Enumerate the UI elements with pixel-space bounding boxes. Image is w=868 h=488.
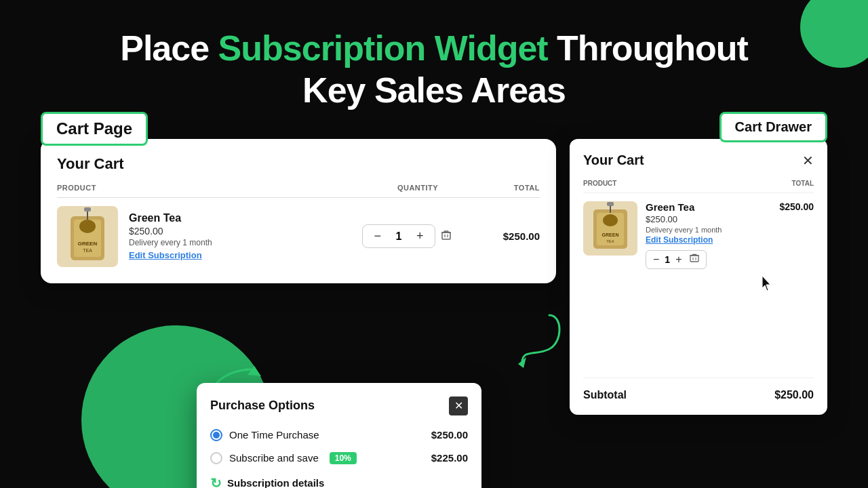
drawer-col-product: Product <box>583 180 616 187</box>
drawer-item-details: Green Tea $250.00 Delivery every 1 month… <box>646 201 814 269</box>
subtotal-label: Subtotal <box>583 389 627 401</box>
drawer-delete-btn[interactable] <box>690 253 699 265</box>
cart-title: Your Cart <box>57 155 540 173</box>
drawer-edit-link[interactable]: Edit Subscription <box>646 235 779 245</box>
content-area: Cart Page Your Cart Product Quantity Tot… <box>0 132 868 415</box>
modal-title: Purchase Options <box>210 399 315 413</box>
svg-rect-5 <box>84 207 91 211</box>
drawer-qty-decrease[interactable]: − <box>653 253 659 266</box>
col-quantity-header: Quantity <box>363 184 472 192</box>
quantity-control: − 1 + <box>362 224 435 248</box>
radio-one-time[interactable] <box>210 429 222 441</box>
quantity-section: − 1 + <box>353 224 461 248</box>
option-subscribe-price: $225.00 <box>431 452 468 464</box>
modal-close-btn[interactable]: ✕ <box>449 396 468 415</box>
svg-rect-19 <box>607 202 614 206</box>
cart-panel: Your Cart Product Quantity Total GR <box>41 139 556 283</box>
heading-line2: Key Sales Areas <box>302 70 566 110</box>
option-subscribe[interactable]: Subscribe and save 10% $225.00 <box>210 452 468 464</box>
drawer-item: GREEN TEA Green Tea $250.00 Delivery eve… <box>583 201 814 269</box>
green-arrow-right <box>509 308 563 379</box>
option-one-time-price: $250.00 <box>431 429 468 441</box>
cart-item: GREEN TEA Green Tea $250.00 Delivery eve… <box>57 206 540 267</box>
heading-plain1: Place <box>120 28 218 68</box>
option-one-time[interactable]: One Time Purchase $250.00 <box>210 429 468 441</box>
svg-point-17 <box>603 214 618 226</box>
subscription-details-row[interactable]: ↻ Subscription details <box>210 475 468 488</box>
drawer-header: Your Cart ✕ <box>583 152 814 169</box>
cursor-indicator <box>760 274 773 296</box>
product-info: Green Tea $250.00 Delivery every 1 month… <box>129 212 342 261</box>
svg-point-3 <box>79 220 96 233</box>
drawer-qty-value: 1 <box>665 254 670 265</box>
subtotal-value: $250.00 <box>774 389 814 401</box>
drawer-product-name: Green Tea <box>646 201 779 213</box>
delivery-text: Delivery every 1 month <box>129 238 342 247</box>
discount-badge: 10% <box>330 452 357 464</box>
hero-heading: Place Subscription Widget Throughout Key… <box>0 0 868 125</box>
cart-drawer-label: Cart Drawer <box>719 112 827 142</box>
drawer-delivery-text: Delivery every 1 month <box>646 226 779 234</box>
svg-text:TEA: TEA <box>83 248 92 253</box>
subscription-icon: ↻ <box>210 475 222 488</box>
right-section: Cart Drawer Your Cart ✕ Product Total <box>570 119 827 415</box>
svg-rect-8 <box>442 232 450 239</box>
col-product-header: Product <box>57 184 363 192</box>
option-subscribe-label: Subscribe and save <box>229 452 319 464</box>
col-total-header: Total <box>472 184 540 192</box>
svg-text:TEA: TEA <box>606 239 614 243</box>
product-name: Green Tea <box>129 212 342 224</box>
cart-drawer-panel: Your Cart ✕ Product Total GREEN <box>570 139 827 415</box>
option-one-time-left: One Time Purchase <box>210 429 319 441</box>
cart-page-label: Cart Page <box>41 112 148 146</box>
drawer-product-image: GREEN TEA <box>583 201 637 256</box>
drawer-product-info: Green Tea $250.00 Delivery every 1 month… <box>646 201 779 245</box>
cart-table-header: Product Quantity Total <box>57 184 540 198</box>
drawer-item-header: Green Tea $250.00 Delivery every 1 month… <box>646 201 814 245</box>
item-total: $250.00 <box>472 230 540 242</box>
drawer-col-total: Total <box>792 180 814 187</box>
product-image: GREEN TEA <box>57 206 118 267</box>
drawer-table-header: Product Total <box>583 180 814 193</box>
edit-subscription-link[interactable]: Edit Subscription <box>129 250 202 260</box>
quantity-decrease-btn[interactable]: − <box>371 229 384 243</box>
modal-header: Purchase Options ✕ <box>210 396 468 415</box>
svg-marker-13 <box>248 366 261 376</box>
drawer-product-price: $250.00 <box>646 214 779 224</box>
svg-text:GREEN: GREEN <box>78 241 98 247</box>
left-section: Cart Page Your Cart Product Quantity Tot… <box>41 132 556 415</box>
radio-subscribe[interactable] <box>210 452 222 464</box>
subscription-details-label: Subscription details <box>227 477 324 488</box>
quantity-value: 1 <box>392 230 406 243</box>
drawer-title: Your Cart <box>583 152 644 168</box>
drawer-qty-increase[interactable]: + <box>675 253 682 266</box>
option-subscribe-left: Subscribe and save 10% <box>210 452 357 464</box>
option-one-time-label: One Time Purchase <box>229 429 319 441</box>
heading-highlight: Subscription Widget <box>218 28 548 68</box>
product-price: $250.00 <box>129 226 342 237</box>
heading-plain2: Throughout <box>548 28 748 68</box>
delete-item-btn[interactable] <box>441 230 452 243</box>
svg-text:GREEN: GREEN <box>602 232 619 237</box>
drawer-quantity-control: − 1 + <box>646 250 707 269</box>
drawer-close-btn[interactable]: ✕ <box>802 152 814 169</box>
svg-rect-22 <box>690 256 698 262</box>
drawer-item-price: $250.00 <box>779 201 814 212</box>
quantity-increase-btn[interactable]: + <box>414 229 427 243</box>
drawer-subtotal: Subtotal $250.00 <box>583 378 814 401</box>
purchase-options-modal: Purchase Options ✕ One Time Purchase $25… <box>197 383 481 488</box>
